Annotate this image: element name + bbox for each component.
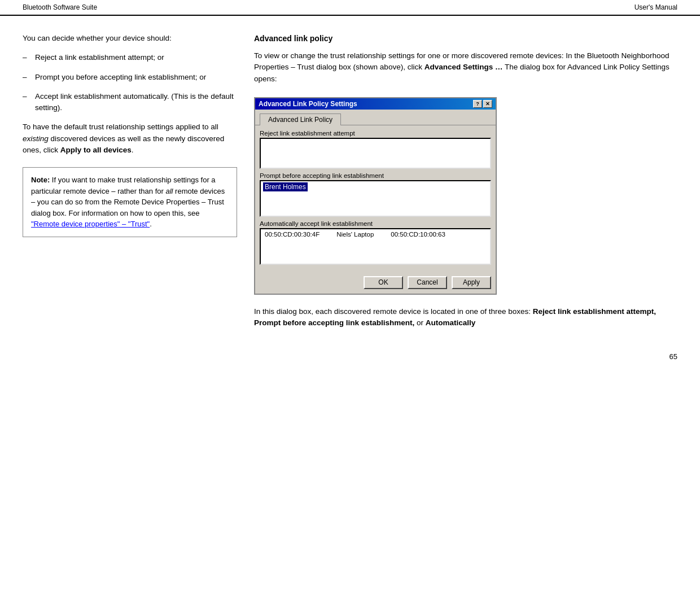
header-right: User's Manual: [635, 3, 677, 11]
intro-text: You can decide whether your device shoul…: [23, 33, 237, 44]
list-section-prompt: Prompt before accepting link establishme…: [260, 172, 491, 217]
para2-italic: existing: [23, 134, 49, 143]
auto-item-mac2: 00:50:CD:10:00:63: [391, 231, 445, 238]
bullet-dash-2: –: [23, 72, 35, 83]
dialog-tabs: Advanced Link Policy: [255, 110, 496, 125]
apply-button[interactable]: Apply: [452, 276, 491, 289]
section-title: Advanced link policy: [254, 33, 677, 45]
right-para2-prefix: In this dialog box, each discovered remo…: [254, 307, 533, 316]
close-button[interactable]: ✕: [483, 100, 492, 108]
bullet-3: – Accept link establishment automaticall…: [23, 91, 237, 114]
left-column: You can decide whether your device shoul…: [23, 33, 237, 335]
help-button[interactable]: ?: [473, 100, 482, 108]
auto-item-row[interactable]: 00:50:CD:00:30:4F Niels' Laptop 00:50:CD…: [263, 230, 488, 238]
tab-advanced-link-policy[interactable]: Advanced Link Policy: [260, 113, 341, 125]
auto-item-name: Niels' Laptop: [336, 231, 374, 238]
note-italic: all: [165, 187, 173, 195]
list-section-reject: Reject link establishment attempt: [260, 130, 491, 169]
list-box-auto[interactable]: 00:50:CD:00:30:4F Niels' Laptop 00:50:CD…: [260, 228, 491, 265]
list-section-auto: Automatically accept link establishment …: [260, 220, 491, 265]
page-header: Bluetooth Software Suite User's Manual: [0, 0, 700, 16]
right-paragraph1: To view or change the trust relationship…: [254, 50, 677, 85]
right-para1-bold: Advanced Settings …: [425, 63, 503, 71]
bullet-1: – Reject a link establishment attempt; o…: [23, 52, 237, 63]
right-para2-bold2: Automatically: [426, 318, 476, 327]
dialog-body: Reject link establishment attempt Prompt…: [255, 125, 496, 273]
bullet-text-2: Prompt you before accepting link establi…: [35, 72, 206, 83]
page-footer: 65: [0, 347, 700, 366]
list-box-prompt[interactable]: Brent Holmes: [260, 180, 491, 217]
cancel-button[interactable]: Cancel: [408, 276, 447, 289]
bullet-dash-1: –: [23, 52, 35, 63]
list-label-prompt: Prompt before accepting link establishme…: [260, 172, 491, 179]
header-left: Bluetooth Software Suite: [23, 3, 97, 11]
bullet-dash-3: –: [23, 91, 35, 114]
note-link[interactable]: "Remote device properties" – "Trust": [31, 220, 150, 228]
page-number: 65: [670, 352, 677, 361]
dialog-titlebar: Advanced Link Policy Settings ? ✕: [255, 98, 496, 110]
right-paragraph2: In this dialog box, each discovered remo…: [254, 306, 677, 329]
para2-bold: Apply to all devices: [60, 146, 132, 154]
note-bold: Note:: [31, 176, 50, 184]
note-end: .: [150, 220, 152, 228]
ok-button[interactable]: OK: [364, 276, 403, 289]
note-box: Note: If you want to make trust relation…: [23, 167, 237, 237]
list-label-reject: Reject link establishment attempt: [260, 130, 491, 137]
dialog-box: Advanced Link Policy Settings ? ✕ Advanc…: [254, 97, 497, 295]
auto-item-mac: 00:50:CD:00:30:4F: [265, 231, 320, 238]
bullet-text-1: Reject a link establishment attempt; or: [35, 52, 164, 63]
paragraph2: To have the default trust relationship s…: [23, 121, 237, 156]
dialog-wrapper: Advanced Link Policy Settings ? ✕ Advanc…: [254, 97, 497, 295]
bullet-text-3: Accept link establishment automatically.…: [35, 91, 237, 114]
para2-end: .: [132, 146, 134, 154]
list-label-auto: Automatically accept link establishment: [260, 220, 491, 227]
dialog-footer: OK Cancel Apply: [255, 273, 496, 294]
list-box-reject[interactable]: [260, 138, 491, 169]
right-para2-or: or: [414, 318, 426, 327]
titlebar-buttons: ? ✕: [473, 100, 492, 108]
right-column: Advanced link policy To view or change t…: [254, 33, 677, 335]
prompt-item-brent[interactable]: Brent Holmes: [263, 182, 308, 191]
dialog-title: Advanced Link Policy Settings: [259, 100, 357, 108]
para2-prefix: To have the default trust relationship s…: [23, 123, 218, 131]
bullet-2: – Prompt you before accepting link estab…: [23, 72, 237, 83]
